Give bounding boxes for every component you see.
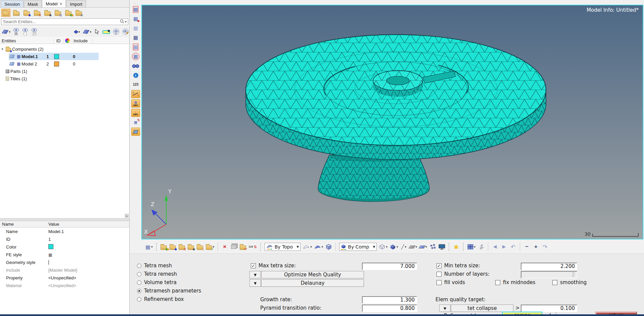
tab-session[interactable]: Session — [1, 0, 24, 7]
smoothing-checkbox-row[interactable]: ✓ smoothing — [552, 279, 587, 285]
color-swatch-model1[interactable] — [54, 54, 59, 59]
fix-midnodes-checkbox[interactable]: ✓ — [495, 280, 500, 285]
radio-refinement-box[interactable]: Refinement box — [137, 296, 184, 302]
info-icon[interactable]: i — [131, 71, 140, 79]
prop-row-color[interactable]: Color — [0, 243, 129, 251]
arrow-abc-icon[interactable]: ↓ABC — [131, 109, 140, 117]
number-of-layers-field[interactable] — [521, 271, 577, 278]
highlight-marker-icon[interactable] — [102, 28, 110, 36]
geometry-color-mode-combo[interactable]: By Topo ▼ — [265, 243, 301, 251]
mesh-folder-icon[interactable]: ◆ — [43, 9, 52, 17]
back-button[interactable]: ◄ — [492, 242, 498, 251]
favorites-star-button[interactable]: ★ — [453, 242, 460, 251]
organize-folder-icon[interactable]: ⑂▾ — [206, 242, 215, 251]
monitor-button[interactable] — [439, 242, 445, 251]
window-panes-button[interactable]: ▾ — [467, 242, 476, 251]
planes-filter-button[interactable]: ▾ — [82, 28, 91, 36]
binoculars-icon[interactable] — [131, 62, 140, 70]
import-folder-icon[interactable]: ↓ — [197, 242, 203, 251]
panel-frame2-icon[interactable]: ▦ — [131, 43, 140, 51]
planes-view-button[interactable]: ▾ — [1, 28, 10, 36]
export-folder-icon[interactable]: ↩ — [239, 242, 246, 251]
comps-button[interactable]: comps — [502, 312, 542, 314]
col-color[interactable] — [63, 38, 72, 43]
prop-row-include[interactable]: Include[Master Model] — [0, 266, 129, 274]
max-tetra-size-field[interactable] — [362, 263, 417, 270]
tab-close-icon[interactable]: × — [60, 2, 62, 6]
multicolor-folder-icon[interactable]: ◆◆ — [64, 9, 73, 17]
color-swatch-model2[interactable] — [54, 61, 59, 66]
wireframe-folder-icon[interactable]: ◍ — [53, 9, 62, 17]
prop-row-material[interactable]: Material<Unspecified> — [0, 282, 129, 289]
color-swatch-prop[interactable] — [48, 244, 53, 249]
col-id[interactable]: ID — [54, 38, 63, 43]
eye-plusminus-icon[interactable]: +/- — [112, 28, 120, 36]
redo-view-button[interactable]: ↷ — [542, 242, 548, 251]
reverse-icon[interactable]: ⊣ — [546, 312, 551, 314]
tree-row-parts[interactable]: Parts (1) — [0, 67, 129, 75]
grid-abc-icon[interactable]: ▦ABC — [131, 99, 140, 107]
shell-blue-button[interactable]: ▾ — [419, 242, 427, 251]
element-type-button[interactable]: ▾ — [73, 28, 80, 36]
show-hide-eye-icon[interactable] — [12, 28, 19, 36]
layers-checkbox[interactable]: ✓ — [436, 272, 442, 277]
wrench-button[interactable] — [478, 242, 485, 251]
numbers-icon[interactable]: 123 — [131, 81, 140, 89]
wireframe-elements-button[interactable]: ▾ — [379, 242, 387, 251]
search-icon[interactable] — [120, 19, 124, 25]
measure-icon[interactable]: 01 — [131, 90, 140, 98]
prop-row-property[interactable]: Property<Unspecified> — [0, 274, 129, 282]
scatter-elements-button[interactable] — [429, 242, 436, 251]
search-input[interactable] — [1, 19, 120, 24]
radio-tetra-remesh[interactable]: Tetra remesh — [137, 271, 177, 277]
prop-row-name[interactable]: NameModel.1 — [0, 228, 129, 235]
open-model-folder-icon[interactable]: ◆◆ — [160, 242, 167, 251]
tab-model[interactable]: Model × — [42, 0, 66, 7]
tree-row-titles[interactable]: Titles (1) — [0, 75, 129, 82]
forward-button[interactable]: ► — [501, 242, 507, 251]
col-entities[interactable]: Entities — [0, 38, 54, 43]
optimize-mesh-quality-button[interactable]: Optimize Mesh Quality — [261, 271, 364, 278]
tab-mask[interactable]: Mask — [24, 0, 42, 7]
tab-import[interactable]: Import — [66, 0, 86, 7]
max-tetra-checkbox[interactable]: ✓ — [251, 263, 256, 268]
undo-view-button[interactable]: ↶ — [510, 242, 516, 251]
cube-t-folder-icon[interactable]: ◆ — [188, 242, 194, 251]
graphics-viewport[interactable]: Y Z X 30 Model Info: Untitled* — [141, 5, 643, 239]
element-color-mode-combo[interactable]: By Comp ▼ — [339, 243, 377, 251]
min-tetra-checkbox[interactable]: ✓ — [436, 263, 442, 268]
line-style-button[interactable]: ╱▾ — [400, 242, 407, 251]
quality-dropdown-button[interactable]: ▼ — [439, 305, 451, 312]
tree-scroll-nub[interactable]: ▲ — [125, 214, 129, 218]
tree-row-model2[interactable]: ▦ Model 2 2 0 — [9, 60, 99, 67]
history-folder-icon[interactable]: ⧖ — [33, 9, 42, 17]
growth-rate-field[interactable] — [362, 296, 417, 304]
quality-value-field[interactable] — [521, 305, 577, 312]
folder-view-button[interactable] — [1, 9, 10, 17]
method-dropdown-button[interactable]: ▼ — [249, 279, 261, 287]
fill-voids-checkbox-row[interactable]: ✓ fill voids — [436, 279, 465, 285]
solid-folder-icon[interactable]: ◆ — [170, 242, 176, 251]
tree-row-components[interactable]: ▾ ◆ Components (2) — [0, 45, 129, 53]
part-folder-icon[interactable]: ◆ — [74, 9, 83, 17]
panel-splitter[interactable] — [0, 218, 129, 221]
radio-tetramesh-parameters[interactable]: Tetramesh parameters — [137, 288, 201, 294]
pyramid-ratio-field[interactable] — [362, 305, 417, 312]
shaded-geometry-button[interactable]: ▾ — [314, 242, 323, 251]
prop-row-geometry-style[interactable]: Geometry style — [0, 259, 129, 266]
fix-midnodes-checkbox-row[interactable]: ✓ fix midnodes — [495, 279, 536, 285]
panel-wire-icon[interactable]: ▦ — [131, 24, 140, 32]
return-button[interactable]: return — [595, 312, 637, 314]
swap-panels-icon[interactable]: ▦⇅ — [131, 118, 140, 126]
wireframe-geometry-button[interactable]: ▾ — [303, 242, 312, 251]
panel-frame-icon[interactable]: ▦ — [131, 5, 140, 13]
zoom-out-button[interactable]: − — [523, 242, 530, 251]
isolate-eye-icon[interactable] — [21, 28, 29, 36]
panel-arrow-icon[interactable]: ▦▶ — [131, 15, 140, 23]
col-include[interactable]: Include — [72, 38, 92, 43]
prop-row-id[interactable]: ID1 — [0, 235, 129, 243]
mesh-cube-button[interactable]: ▾ — [390, 242, 398, 251]
expander-icon[interactable]: ▾ — [0, 47, 5, 51]
radio-volume-tetra[interactable]: Volume tetra — [137, 279, 177, 285]
delete-button[interactable]: × — [221, 242, 228, 251]
